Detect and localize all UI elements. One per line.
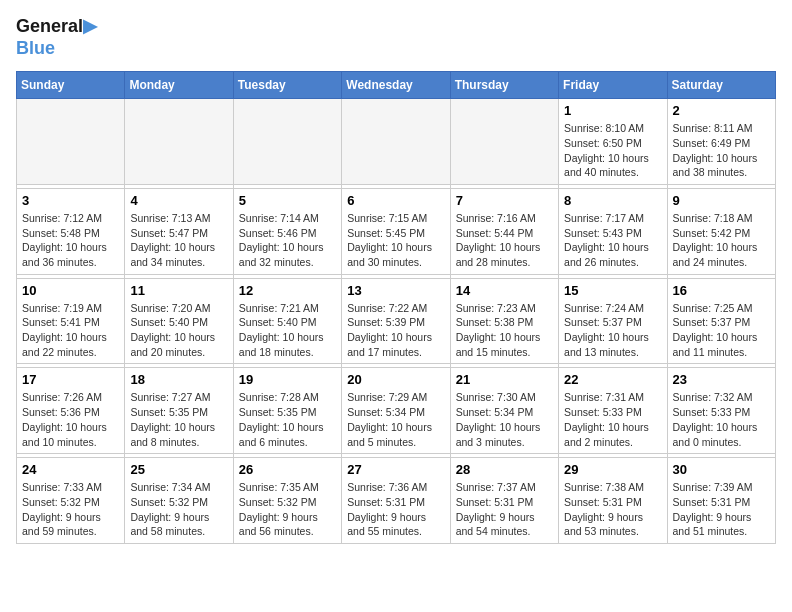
- calendar-cell: 28Sunrise: 7:37 AMSunset: 5:31 PMDayligh…: [450, 458, 558, 544]
- day-info: Sunrise: 7:19 AMSunset: 5:41 PMDaylight:…: [22, 301, 119, 360]
- day-number: 29: [564, 462, 661, 477]
- weekday-header-friday: Friday: [559, 72, 667, 99]
- day-number: 12: [239, 283, 336, 298]
- weekday-header-saturday: Saturday: [667, 72, 775, 99]
- calendar-cell: [233, 99, 341, 185]
- day-info: Sunrise: 7:35 AMSunset: 5:32 PMDaylight:…: [239, 480, 336, 539]
- calendar-cell: [342, 99, 450, 185]
- calendar-cell: 23Sunrise: 7:32 AMSunset: 5:33 PMDayligh…: [667, 368, 775, 454]
- day-info: Sunrise: 7:13 AMSunset: 5:47 PMDaylight:…: [130, 211, 227, 270]
- day-number: 14: [456, 283, 553, 298]
- calendar-cell: 8Sunrise: 7:17 AMSunset: 5:43 PMDaylight…: [559, 188, 667, 274]
- day-number: 3: [22, 193, 119, 208]
- day-number: 16: [673, 283, 770, 298]
- day-number: 27: [347, 462, 444, 477]
- day-info: Sunrise: 7:27 AMSunset: 5:35 PMDaylight:…: [130, 390, 227, 449]
- weekday-header-thursday: Thursday: [450, 72, 558, 99]
- day-number: 6: [347, 193, 444, 208]
- calendar-table: SundayMondayTuesdayWednesdayThursdayFrid…: [16, 71, 776, 544]
- day-number: 20: [347, 372, 444, 387]
- day-number: 28: [456, 462, 553, 477]
- calendar-cell: 13Sunrise: 7:22 AMSunset: 5:39 PMDayligh…: [342, 278, 450, 364]
- weekday-header-tuesday: Tuesday: [233, 72, 341, 99]
- day-number: 1: [564, 103, 661, 118]
- day-number: 8: [564, 193, 661, 208]
- day-info: Sunrise: 7:21 AMSunset: 5:40 PMDaylight:…: [239, 301, 336, 360]
- calendar-cell: 6Sunrise: 7:15 AMSunset: 5:45 PMDaylight…: [342, 188, 450, 274]
- calendar-cell: 4Sunrise: 7:13 AMSunset: 5:47 PMDaylight…: [125, 188, 233, 274]
- calendar-cell: 26Sunrise: 7:35 AMSunset: 5:32 PMDayligh…: [233, 458, 341, 544]
- calendar-cell: 12Sunrise: 7:21 AMSunset: 5:40 PMDayligh…: [233, 278, 341, 364]
- day-info: Sunrise: 7:26 AMSunset: 5:36 PMDaylight:…: [22, 390, 119, 449]
- page-header: General▶ Blue: [16, 16, 776, 59]
- day-info: Sunrise: 7:38 AMSunset: 5:31 PMDaylight:…: [564, 480, 661, 539]
- day-number: 18: [130, 372, 227, 387]
- day-info: Sunrise: 7:25 AMSunset: 5:37 PMDaylight:…: [673, 301, 770, 360]
- day-info: Sunrise: 7:20 AMSunset: 5:40 PMDaylight:…: [130, 301, 227, 360]
- day-number: 23: [673, 372, 770, 387]
- day-info: Sunrise: 7:15 AMSunset: 5:45 PMDaylight:…: [347, 211, 444, 270]
- day-info: Sunrise: 8:10 AMSunset: 6:50 PMDaylight:…: [564, 121, 661, 180]
- day-number: 21: [456, 372, 553, 387]
- day-number: 4: [130, 193, 227, 208]
- weekday-header-wednesday: Wednesday: [342, 72, 450, 99]
- calendar-cell: 30Sunrise: 7:39 AMSunset: 5:31 PMDayligh…: [667, 458, 775, 544]
- calendar-cell: 24Sunrise: 7:33 AMSunset: 5:32 PMDayligh…: [17, 458, 125, 544]
- day-info: Sunrise: 8:11 AMSunset: 6:49 PMDaylight:…: [673, 121, 770, 180]
- weekday-header-monday: Monday: [125, 72, 233, 99]
- calendar-cell: 19Sunrise: 7:28 AMSunset: 5:35 PMDayligh…: [233, 368, 341, 454]
- day-info: Sunrise: 7:31 AMSunset: 5:33 PMDaylight:…: [564, 390, 661, 449]
- day-info: Sunrise: 7:37 AMSunset: 5:31 PMDaylight:…: [456, 480, 553, 539]
- day-number: 19: [239, 372, 336, 387]
- day-info: Sunrise: 7:17 AMSunset: 5:43 PMDaylight:…: [564, 211, 661, 270]
- calendar-cell: 1Sunrise: 8:10 AMSunset: 6:50 PMDaylight…: [559, 99, 667, 185]
- calendar-cell: 5Sunrise: 7:14 AMSunset: 5:46 PMDaylight…: [233, 188, 341, 274]
- day-info: Sunrise: 7:36 AMSunset: 5:31 PMDaylight:…: [347, 480, 444, 539]
- day-number: 11: [130, 283, 227, 298]
- calendar-cell: 17Sunrise: 7:26 AMSunset: 5:36 PMDayligh…: [17, 368, 125, 454]
- calendar-cell: 21Sunrise: 7:30 AMSunset: 5:34 PMDayligh…: [450, 368, 558, 454]
- calendar-cell: 10Sunrise: 7:19 AMSunset: 5:41 PMDayligh…: [17, 278, 125, 364]
- calendar-cell: 9Sunrise: 7:18 AMSunset: 5:42 PMDaylight…: [667, 188, 775, 274]
- calendar-header-row: SundayMondayTuesdayWednesdayThursdayFrid…: [17, 72, 776, 99]
- calendar-cell: 20Sunrise: 7:29 AMSunset: 5:34 PMDayligh…: [342, 368, 450, 454]
- calendar-week-3: 10Sunrise: 7:19 AMSunset: 5:41 PMDayligh…: [17, 278, 776, 364]
- day-number: 15: [564, 283, 661, 298]
- day-info: Sunrise: 7:30 AMSunset: 5:34 PMDaylight:…: [456, 390, 553, 449]
- calendar-week-5: 24Sunrise: 7:33 AMSunset: 5:32 PMDayligh…: [17, 458, 776, 544]
- calendar-cell: 15Sunrise: 7:24 AMSunset: 5:37 PMDayligh…: [559, 278, 667, 364]
- calendar-cell: 18Sunrise: 7:27 AMSunset: 5:35 PMDayligh…: [125, 368, 233, 454]
- calendar-cell: 16Sunrise: 7:25 AMSunset: 5:37 PMDayligh…: [667, 278, 775, 364]
- day-info: Sunrise: 7:24 AMSunset: 5:37 PMDaylight:…: [564, 301, 661, 360]
- day-number: 13: [347, 283, 444, 298]
- day-number: 22: [564, 372, 661, 387]
- day-info: Sunrise: 7:39 AMSunset: 5:31 PMDaylight:…: [673, 480, 770, 539]
- weekday-header-sunday: Sunday: [17, 72, 125, 99]
- day-info: Sunrise: 7:23 AMSunset: 5:38 PMDaylight:…: [456, 301, 553, 360]
- day-info: Sunrise: 7:32 AMSunset: 5:33 PMDaylight:…: [673, 390, 770, 449]
- calendar-cell: 29Sunrise: 7:38 AMSunset: 5:31 PMDayligh…: [559, 458, 667, 544]
- day-info: Sunrise: 7:14 AMSunset: 5:46 PMDaylight:…: [239, 211, 336, 270]
- day-number: 17: [22, 372, 119, 387]
- calendar-cell: 14Sunrise: 7:23 AMSunset: 5:38 PMDayligh…: [450, 278, 558, 364]
- calendar-cell: 2Sunrise: 8:11 AMSunset: 6:49 PMDaylight…: [667, 99, 775, 185]
- day-number: 9: [673, 193, 770, 208]
- calendar-cell: 25Sunrise: 7:34 AMSunset: 5:32 PMDayligh…: [125, 458, 233, 544]
- day-info: Sunrise: 7:28 AMSunset: 5:35 PMDaylight:…: [239, 390, 336, 449]
- calendar-week-2: 3Sunrise: 7:12 AMSunset: 5:48 PMDaylight…: [17, 188, 776, 274]
- calendar-cell: 3Sunrise: 7:12 AMSunset: 5:48 PMDaylight…: [17, 188, 125, 274]
- calendar-cell: 22Sunrise: 7:31 AMSunset: 5:33 PMDayligh…: [559, 368, 667, 454]
- day-number: 2: [673, 103, 770, 118]
- day-number: 25: [130, 462, 227, 477]
- calendar-cell: [125, 99, 233, 185]
- day-info: Sunrise: 7:22 AMSunset: 5:39 PMDaylight:…: [347, 301, 444, 360]
- day-info: Sunrise: 7:12 AMSunset: 5:48 PMDaylight:…: [22, 211, 119, 270]
- day-info: Sunrise: 7:34 AMSunset: 5:32 PMDaylight:…: [130, 480, 227, 539]
- day-number: 30: [673, 462, 770, 477]
- calendar-week-1: 1Sunrise: 8:10 AMSunset: 6:50 PMDaylight…: [17, 99, 776, 185]
- day-info: Sunrise: 7:18 AMSunset: 5:42 PMDaylight:…: [673, 211, 770, 270]
- calendar-cell: 7Sunrise: 7:16 AMSunset: 5:44 PMDaylight…: [450, 188, 558, 274]
- calendar-cell: [17, 99, 125, 185]
- day-number: 10: [22, 283, 119, 298]
- day-info: Sunrise: 7:16 AMSunset: 5:44 PMDaylight:…: [456, 211, 553, 270]
